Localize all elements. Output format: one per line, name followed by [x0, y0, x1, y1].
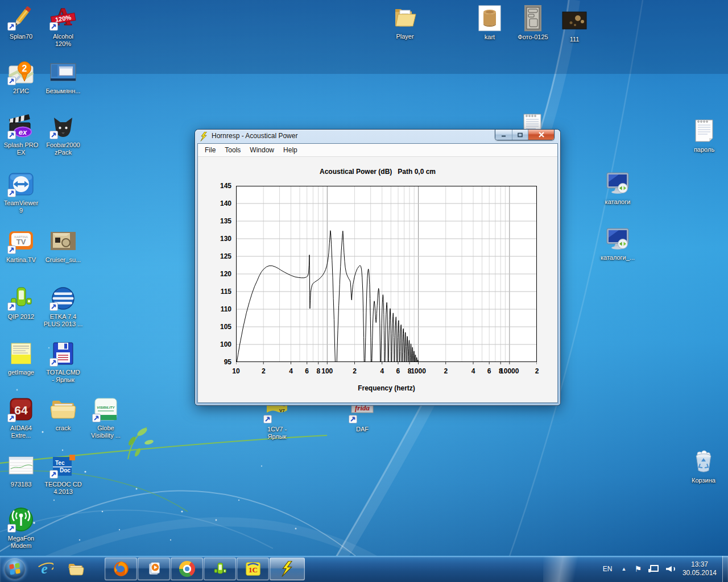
taskbar-button-internet-explorer[interactable]: e	[30, 558, 60, 580]
desktop-icon-label: Splash PRO EX	[4, 142, 39, 156]
taskbar-button-firefox[interactable]	[105, 558, 137, 580]
desktop-icon-korzina[interactable]: Корзина	[675, 448, 728, 484]
desktop-icon-label: Фото-0125	[518, 34, 548, 41]
desktop-icon-label: ETKA 7.4 PLUS 2013 ...	[44, 313, 83, 328]
desktop-icon-label: Player	[396, 33, 413, 40]
show-hidden-icons-icon[interactable]: ▲	[617, 566, 631, 572]
taskbar-button-chrome[interactable]	[171, 558, 203, 580]
desktop-icon-player[interactable]: Player	[377, 4, 433, 40]
alcohol-icon: A120%	[49, 4, 77, 31]
shortcut-arrow-icon	[49, 470, 58, 479]
y-tick-label: 105	[212, 323, 231, 331]
maximize-button[interactable]	[512, 130, 528, 140]
taskbar-button-hornresp[interactable]	[270, 558, 305, 580]
menu-bar: FileToolsWindowHelp	[198, 144, 557, 157]
desktop-icon-111[interactable]: 111	[546, 7, 603, 43]
tecdoc-icon: TecDoc	[49, 452, 77, 479]
gis-icon: 2	[7, 59, 35, 86]
window-title: Hornresp - Acoustical Power	[212, 132, 297, 140]
taskbar-items: e1С	[0, 556, 305, 582]
desktop-icon-label: kart	[485, 34, 495, 41]
recycle-icon	[690, 448, 717, 475]
chart-title: Acoustical Power (dB) Path 0,0 cm	[198, 168, 557, 176]
desktop-icon-etka-74[interactable]: ETKA 7.4 PLUS 2013 ...	[35, 284, 92, 328]
svg-text:TV: TV	[16, 238, 26, 246]
desktop-icon-label: каталоги	[605, 198, 631, 206]
desktop-icon-label: TeamViewer 9	[4, 199, 38, 214]
desktop-icon-label: Корзина	[692, 477, 715, 484]
rdp-icon	[604, 169, 631, 197]
aida-icon: 64	[7, 396, 35, 423]
language-indicator[interactable]: EN	[598, 565, 617, 573]
desktop-icon-label: 973183	[11, 481, 32, 488]
shortcut-arrow-icon	[49, 302, 58, 311]
desktop-icon-tecdoc-cd[interactable]: TecDocTECDOC CD 4.2013	[35, 452, 92, 496]
system-tray: EN ▲ ⚑ 13:37 30.05.2014	[598, 556, 728, 582]
splash-icon: ex	[7, 113, 35, 140]
taskbar-button-qip[interactable]	[204, 558, 236, 580]
x-tick-label: 8	[316, 367, 320, 375]
notepad-icon	[690, 117, 718, 144]
clock[interactable]: 13:37 30.05.2014	[679, 560, 722, 577]
photodark-icon	[561, 7, 588, 34]
desktop-icon-globe-visibility[interactable]: VISIBILITYGlobe Visibility ...	[77, 396, 134, 439]
window-titlebar[interactable]: Hornresp - Acoustical Power	[195, 130, 560, 143]
show-desktop-button[interactable]	[722, 556, 728, 582]
hornresp-window: Hornresp - Acoustical Power FileToolsWin…	[195, 130, 560, 405]
desktop: { "desktop": { "icons": [ {"id":"splan70…	[0, 0, 728, 582]
window-body: FileToolsWindowHelp Acoustical Power (dB…	[197, 143, 558, 403]
network-icon[interactable]	[648, 564, 659, 573]
desktop-icon-label: Kartina.TV	[6, 256, 36, 264]
volume-icon[interactable]	[665, 564, 676, 573]
desktop-icon-label: 1CV7 - Ярлык	[267, 426, 287, 440]
desktop-icon-bezymyann[interactable]: Безымянн...	[35, 59, 92, 95]
shortcut-arrow-icon	[7, 414, 16, 422]
taskbar-button-media-player[interactable]	[138, 558, 170, 580]
clock-time: 13:37	[682, 560, 717, 569]
menu-item-tools[interactable]: Tools	[220, 145, 245, 155]
desktop-icon-label: Alcohol 120%	[53, 33, 73, 48]
taskbar-button-1c[interactable]: 1С	[237, 558, 269, 580]
desktop-icon-cruiser-su[interactable]: Cruiser_su...	[35, 227, 92, 264]
shortcut-arrow-icon	[7, 524, 16, 533]
x-tick-label: 1000	[411, 367, 426, 375]
svg-text:1С: 1С	[248, 566, 257, 574]
y-tick-label: 115	[212, 288, 231, 296]
desktop-icon-teamviewer-9[interactable]: TeamViewer 9	[0, 171, 49, 214]
desktop-icon-totalcmd[interactable]: TOTALCMD - Ярлык	[35, 340, 92, 384]
shortcut-arrow-icon	[49, 358, 58, 367]
etka-icon	[49, 284, 77, 311]
taskbar-button-windows-explorer[interactable]	[60, 558, 91, 580]
svg-text:Doc: Doc	[60, 467, 71, 473]
y-tick-label: 110	[212, 305, 231, 313]
x-tick-label: 2	[353, 367, 357, 375]
desktop-icon-katalogi-2[interactable]: каталоги_...	[589, 225, 646, 261]
desktop-icon-megafon-modem[interactable]: MegaFon Modem	[0, 506, 49, 550]
desktop-icon-alcohol-120[interactable]: A120%Alcohol 120%	[35, 4, 92, 48]
menu-item-file[interactable]: File	[200, 145, 220, 155]
shortcut-arrow-icon	[7, 246, 16, 254]
x-tick-label: 100	[321, 367, 333, 375]
desktop-icon-label: AIDA64 Extre...	[10, 425, 32, 439]
kartina-icon: KARTINATV	[7, 227, 35, 255]
x-tick-label: 4	[471, 367, 475, 375]
shortcut-arrow-icon	[7, 22, 16, 31]
taskbar: e1С EN ▲ ⚑ 13:37 30.05.2014	[0, 556, 728, 582]
x-tick-label: 2	[535, 367, 539, 375]
desktop-icon-label: каталоги_...	[601, 254, 635, 261]
desktop-icon-label: getImage	[8, 369, 34, 376]
y-tick-label: 130	[212, 235, 231, 243]
note-icon	[7, 340, 35, 367]
close-button[interactable]	[528, 130, 554, 140]
shortcut-arrow-icon	[7, 77, 16, 85]
desktop-icon-foobar2000-zpack[interactable]: Foobar2000 zPack	[35, 113, 92, 156]
desktop-icon-katalogi[interactable]: каталоги	[589, 169, 646, 206]
minimize-button[interactable]	[495, 130, 512, 140]
start-button[interactable]	[0, 556, 30, 582]
chrome-logo	[179, 561, 195, 577]
action-center-flag-icon[interactable]: ⚑	[631, 564, 645, 573]
taskbar-glass-beam	[543, 556, 583, 582]
desktop-icon-parol[interactable]: пароль	[676, 117, 728, 153]
menu-item-window[interactable]: Window	[245, 145, 279, 155]
menu-item-help[interactable]: Help	[279, 145, 302, 155]
